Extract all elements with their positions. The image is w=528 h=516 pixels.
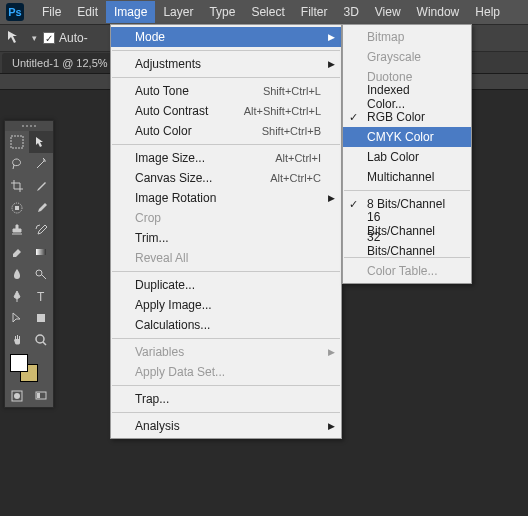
menu-item-analysis[interactable]: Analysis▶ (111, 416, 341, 436)
stamp-tool[interactable] (5, 219, 29, 241)
menu-3d[interactable]: 3D (335, 1, 366, 23)
blur-tool[interactable] (5, 263, 29, 285)
menu-item-calculations[interactable]: Calculations... (111, 315, 341, 335)
menu-type[interactable]: Type (201, 1, 243, 23)
foreground-swatch[interactable] (10, 354, 28, 372)
menu-item-trap[interactable]: Trap... (111, 389, 341, 409)
menu-item-label: Variables (135, 345, 184, 359)
menu-image[interactable]: Image (106, 1, 155, 23)
auto-select-label: Auto- (59, 31, 88, 45)
screenmode-tool[interactable] (29, 385, 53, 407)
pen-tool[interactable] (5, 285, 29, 307)
menu-filter[interactable]: Filter (293, 1, 336, 23)
dodge-tool[interactable] (29, 263, 53, 285)
menu-item-crop: Crop (111, 208, 341, 228)
menu-help[interactable]: Help (467, 1, 508, 23)
panel-grip[interactable] (5, 121, 53, 131)
menu-item-label: 8 Bits/Channel (367, 197, 445, 211)
menu-separator (112, 50, 340, 51)
magic-wand-tool[interactable] (29, 153, 53, 175)
eyedropper-tool[interactable] (29, 175, 53, 197)
menu-item-label: Trim... (135, 231, 169, 245)
menu-item-auto-tone[interactable]: Auto ToneShift+Ctrl+L (111, 81, 341, 101)
menu-item-image-rotation[interactable]: Image Rotation▶ (111, 188, 341, 208)
menu-window[interactable]: Window (409, 1, 468, 23)
menu-item-multichannel[interactable]: Multichannel (343, 167, 471, 187)
menu-item-label: CMYK Color (367, 130, 434, 144)
lasso-tool[interactable] (5, 153, 29, 175)
menu-shortcut: Alt+Ctrl+C (246, 172, 321, 184)
menu-item-label: Mode (135, 30, 165, 44)
menu-view[interactable]: View (367, 1, 409, 23)
menubar: Ps FileEditImageLayerTypeSelectFilter3DV… (0, 0, 528, 24)
quickmask-tool[interactable] (5, 385, 29, 407)
marquee-tool[interactable] (5, 131, 29, 153)
auto-select-checkbox[interactable]: ✓ (43, 32, 55, 44)
menu-item-apply-image[interactable]: Apply Image... (111, 295, 341, 315)
mode-submenu-dropdown: BitmapGrayscaleDuotoneIndexed Color...✓R… (342, 24, 472, 284)
menu-separator (112, 144, 340, 145)
menu-separator (112, 385, 340, 386)
menu-item-label: Image Rotation (135, 191, 216, 205)
healing-brush-tool[interactable] (5, 197, 29, 219)
menu-item-label: 32 Bits/Channel (367, 230, 451, 258)
svg-rect-3 (36, 249, 46, 255)
menu-shortcut: Shift+Ctrl+B (238, 125, 321, 137)
check-icon: ✓ (349, 198, 358, 211)
svg-point-7 (36, 335, 44, 343)
menu-item-auto-color[interactable]: Auto ColorShift+Ctrl+B (111, 121, 341, 141)
submenu-arrow-icon: ▶ (328, 421, 335, 431)
brush-tool[interactable] (29, 197, 53, 219)
menu-item-mode[interactable]: Mode▶ (111, 27, 341, 47)
menu-separator (112, 77, 340, 78)
path-select-tool[interactable] (5, 307, 29, 329)
check-icon: ✓ (349, 111, 358, 124)
menu-item-label: Duotone (367, 70, 412, 84)
menu-item-32-bits-channel[interactable]: 32 Bits/Channel (343, 234, 471, 254)
menu-item-indexed-color[interactable]: Indexed Color... (343, 87, 471, 107)
menu-item-trim[interactable]: Trim... (111, 228, 341, 248)
hand-tool[interactable] (5, 329, 29, 351)
menu-item-lab-color[interactable]: Lab Color (343, 147, 471, 167)
menu-item-label: Apply Data Set... (135, 365, 225, 379)
eraser-tool[interactable] (5, 241, 29, 263)
menu-shortcut: Alt+Ctrl+I (251, 152, 321, 164)
crop-tool[interactable] (5, 175, 29, 197)
svg-rect-2 (15, 206, 19, 210)
menu-item-label: Canvas Size... (135, 171, 212, 185)
menu-file[interactable]: File (34, 1, 69, 23)
gradient-tool[interactable] (29, 241, 53, 263)
menu-item-label: Lab Color (367, 150, 419, 164)
history-brush-tool[interactable] (29, 219, 53, 241)
menu-item-cmyk-color[interactable]: CMYK Color (343, 127, 471, 147)
menu-edit[interactable]: Edit (69, 1, 106, 23)
zoom-tool[interactable] (29, 329, 53, 351)
menu-item-auto-contrast[interactable]: Auto ContrastAlt+Shift+Ctrl+L (111, 101, 341, 121)
menu-separator (112, 412, 340, 413)
menu-item-rgb-color[interactable]: ✓RGB Color (343, 107, 471, 127)
menu-item-label: Bitmap (367, 30, 404, 44)
svg-rect-11 (37, 393, 40, 398)
menu-item-label: Analysis (135, 419, 180, 433)
color-swatches[interactable] (5, 351, 53, 385)
menu-item-label: Calculations... (135, 318, 210, 332)
menu-item-grayscale: Grayscale (343, 47, 471, 67)
document-tab[interactable]: Untitled-1 @ 12,5% (2, 53, 118, 73)
menu-layer[interactable]: Layer (155, 1, 201, 23)
submenu-arrow-icon: ▶ (328, 193, 335, 203)
menu-item-duplicate[interactable]: Duplicate... (111, 275, 341, 295)
move-tool[interactable] (29, 131, 53, 153)
menu-select[interactable]: Select (243, 1, 292, 23)
menu-separator (112, 271, 340, 272)
shape-tool[interactable] (29, 307, 53, 329)
menu-item-adjustments[interactable]: Adjustments▶ (111, 54, 341, 74)
menu-item-label: Adjustments (135, 57, 201, 71)
tool-preset-chevron-icon[interactable]: ▾ (32, 33, 37, 43)
menu-item-label: RGB Color (367, 110, 425, 124)
type-tool[interactable]: T (29, 285, 53, 307)
menu-item-image-size[interactable]: Image Size...Alt+Ctrl+I (111, 148, 341, 168)
menu-shortcut: Shift+Ctrl+L (239, 85, 321, 97)
menu-item-label: Apply Image... (135, 298, 212, 312)
menu-item-label: Image Size... (135, 151, 205, 165)
menu-item-canvas-size[interactable]: Canvas Size...Alt+Ctrl+C (111, 168, 341, 188)
